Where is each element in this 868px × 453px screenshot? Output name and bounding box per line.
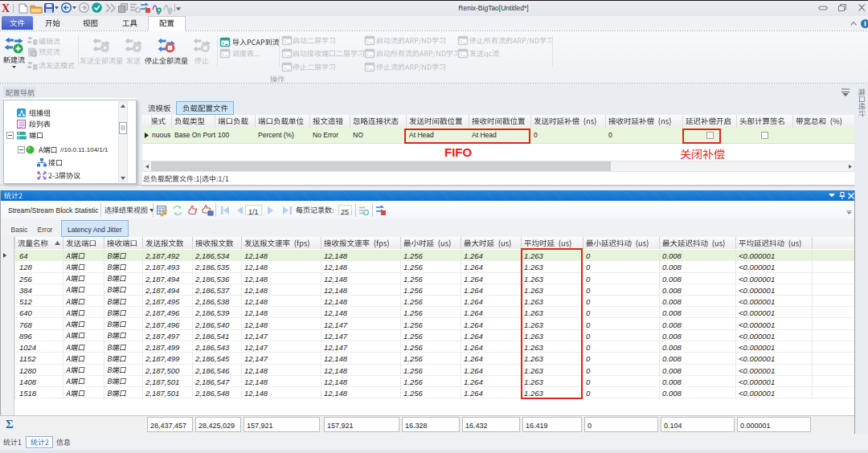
svg-text:Σ: Σ [6,418,14,431]
